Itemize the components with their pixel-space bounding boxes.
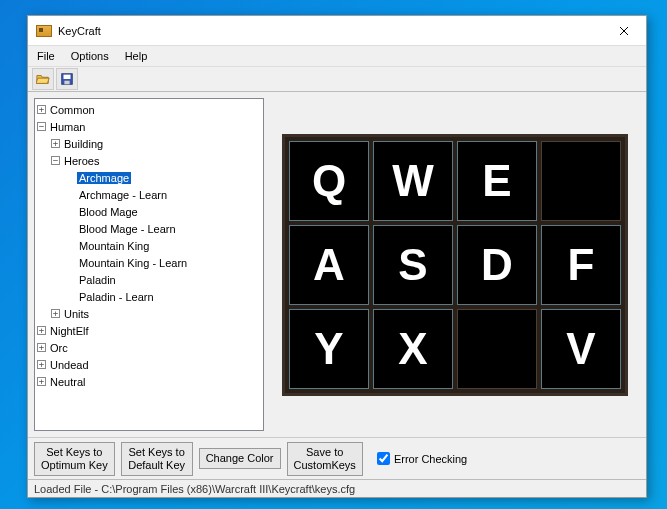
tree-node-units[interactable]: +Units (51, 305, 261, 322)
tree-node-neutral[interactable]: +Neutral (37, 373, 261, 390)
expand-icon[interactable]: + (37, 377, 46, 386)
key-r2c1[interactable]: X (373, 309, 453, 389)
window-title: KeyCraft (58, 25, 101, 37)
app-icon (36, 25, 52, 37)
tree-node-bloodmage-learn[interactable]: Blood Mage - Learn (77, 220, 261, 237)
close-icon (619, 26, 629, 36)
tree-node-paladin-learn[interactable]: Paladin - Learn (77, 288, 261, 305)
key-r0c2[interactable]: E (457, 141, 537, 221)
tree-node-nightelf[interactable]: +NightElf (37, 322, 261, 339)
expand-icon[interactable]: + (37, 343, 46, 352)
tree-node-archmage[interactable]: Archmage (77, 169, 261, 186)
expand-icon[interactable]: + (51, 139, 60, 148)
open-folder-icon (36, 72, 50, 86)
app-window: KeyCraft File Options Help +Common −Huma… (27, 15, 647, 498)
expand-icon[interactable]: + (37, 326, 46, 335)
svg-rect-1 (64, 75, 71, 79)
key-r2c3[interactable]: V (541, 309, 621, 389)
tree-node-building[interactable]: +Building (51, 135, 261, 152)
open-button[interactable] (32, 68, 54, 90)
save-floppy-icon (60, 72, 74, 86)
toolbar (28, 66, 646, 92)
key-r0c3[interactable] (541, 141, 621, 221)
error-checking-label: Error Checking (394, 453, 467, 465)
key-r1c3[interactable]: F (541, 225, 621, 305)
svg-rect-2 (64, 81, 69, 85)
tree-node-heroes[interactable]: −Heroes (51, 152, 261, 169)
optimum-key-button[interactable]: Set Keys to Optimum Key (34, 442, 115, 476)
main-area: +Common −Human +Building −Heroes Archmag… (28, 92, 646, 437)
tree-node-human[interactable]: −Human (37, 118, 261, 135)
save-button[interactable] (56, 68, 78, 90)
tree-node-archmage-learn[interactable]: Archmage - Learn (77, 186, 261, 203)
change-color-button[interactable]: Change Color (199, 448, 281, 469)
expand-icon[interactable]: + (37, 105, 46, 114)
error-checking-checkbox[interactable]: Error Checking (377, 452, 467, 465)
menubar: File Options Help (28, 46, 646, 66)
save-customkeys-button[interactable]: Save to CustomKeys (287, 442, 363, 476)
key-r2c2[interactable] (457, 309, 537, 389)
menu-options[interactable]: Options (63, 48, 117, 64)
key-r2c0[interactable]: Y (289, 309, 369, 389)
menu-help[interactable]: Help (117, 48, 156, 64)
key-r0c1[interactable]: W (373, 141, 453, 221)
error-checking-input[interactable] (377, 452, 390, 465)
default-key-button[interactable]: Set Keys to Default Key (121, 442, 193, 476)
tree-node-bloodmage[interactable]: Blood Mage (77, 203, 261, 220)
key-r1c1[interactable]: S (373, 225, 453, 305)
key-grid: Q W E A S D F Y X V (282, 134, 628, 396)
key-r1c2[interactable]: D (457, 225, 537, 305)
status-text: Loaded File - C:\Program Files (x86)\War… (34, 483, 355, 495)
menu-file[interactable]: File (29, 48, 63, 64)
status-bar: Loaded File - C:\Program Files (x86)\War… (28, 479, 646, 497)
key-r0c0[interactable]: Q (289, 141, 369, 221)
key-r1c0[interactable]: A (289, 225, 369, 305)
titlebar: KeyCraft (28, 16, 646, 46)
tree-view[interactable]: +Common −Human +Building −Heroes Archmag… (34, 98, 264, 431)
collapse-icon[interactable]: − (37, 122, 46, 131)
expand-icon[interactable]: + (37, 360, 46, 369)
tree-node-paladin[interactable]: Paladin (77, 271, 261, 288)
collapse-icon[interactable]: − (51, 156, 60, 165)
tree-node-mountainking[interactable]: Mountain King (77, 237, 261, 254)
close-button[interactable] (601, 16, 646, 45)
tree-node-common[interactable]: +Common (37, 101, 261, 118)
expand-icon[interactable]: + (51, 309, 60, 318)
button-bar: Set Keys to Optimum Key Set Keys to Defa… (28, 437, 646, 479)
tree-node-mountainking-learn[interactable]: Mountain King - Learn (77, 254, 261, 271)
tree-node-orc[interactable]: +Orc (37, 339, 261, 356)
key-grid-panel: Q W E A S D F Y X V (270, 98, 640, 431)
tree-node-undead[interactable]: +Undead (37, 356, 261, 373)
